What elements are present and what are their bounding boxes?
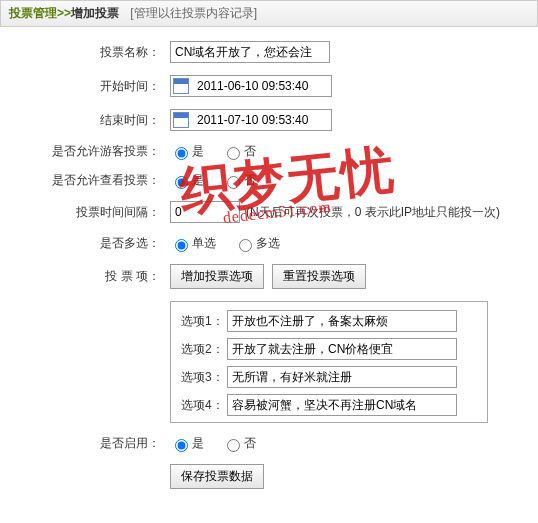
radio-label-no: 否 [244,172,256,189]
allow-guest-no-radio[interactable] [227,147,240,160]
option-row: 选项2： [181,338,477,360]
label-enable: 是否启用： [0,435,170,452]
add-option-button[interactable]: 增加投票选项 [170,264,264,289]
title-input[interactable] [170,41,330,63]
option-label: 选项3： [181,369,227,386]
interval-input[interactable] [170,201,240,223]
enable-no-radio[interactable] [227,439,240,452]
allow-view-radio-group: 是 否 [170,172,274,189]
allow-guest-radio-group: 是 否 [170,143,274,160]
breadcrumb: 投票管理>>增加投票 [管理以往投票内容记录] [0,0,538,27]
label-allow-guest: 是否允许游客投票： [0,143,170,160]
label-allow-view: 是否允许查看投票： [0,172,170,189]
enable-yes-radio[interactable] [175,439,188,452]
radio-label-yes: 是 [192,143,204,160]
calendar-icon[interactable] [173,78,189,94]
allow-view-no-radio[interactable] [227,176,240,189]
enable-radio-group: 是 否 [170,435,274,452]
multi-multi-radio[interactable] [239,239,252,252]
label-start: 开始时间： [0,78,170,95]
allow-view-yes-radio[interactable] [175,176,188,189]
option-label: 选项1： [181,313,227,330]
label-title: 投票名称： [0,44,170,61]
radio-label-yes: 是 [192,435,204,452]
radio-label-no: 否 [244,143,256,160]
form: 投票名称： 开始时间： 结束时间： 是否允许游客投票： 是 否 是 [0,27,538,499]
radio-label-no: 否 [244,435,256,452]
label-interval: 投票时间间隔： [0,204,170,221]
options-box: 选项1： 选项2： 选项3： 选项4： [170,301,488,423]
breadcrumb-sep: >> [57,6,71,20]
interval-hint: (N天后可再次投票，0 表示此IP地址只能投一次) [246,204,500,221]
option-input-4[interactable] [227,394,457,416]
option-input-2[interactable] [227,338,457,360]
breadcrumb-section[interactable]: 投票管理 [9,6,57,20]
breadcrumb-note[interactable]: [管理以往投票内容记录] [130,6,257,20]
breadcrumb-current: 增加投票 [71,6,119,20]
option-input-3[interactable] [227,366,457,388]
option-row: 选项3： [181,366,477,388]
label-end: 结束时间： [0,112,170,129]
save-button[interactable]: 保存投票数据 [170,464,264,489]
start-date-input[interactable] [193,77,331,95]
end-date-field[interactable] [170,109,332,131]
radio-label-yes: 是 [192,172,204,189]
multi-single-radio[interactable] [175,239,188,252]
multi-radio-group: 单选 多选 [170,235,298,252]
option-row: 选项4： [181,394,477,416]
option-label: 选项2： [181,341,227,358]
radio-label-single: 单选 [192,235,216,252]
calendar-icon[interactable] [173,112,189,128]
label-options: 投 票 项： [0,268,170,285]
start-date-field[interactable] [170,75,332,97]
reset-option-button[interactable]: 重置投票选项 [272,264,366,289]
option-label: 选项4： [181,397,227,414]
allow-guest-yes-radio[interactable] [175,147,188,160]
end-date-input[interactable] [193,111,331,129]
option-input-1[interactable] [227,310,457,332]
option-row: 选项1： [181,310,477,332]
radio-label-multi: 多选 [256,235,280,252]
label-multi: 是否多选： [0,235,170,252]
